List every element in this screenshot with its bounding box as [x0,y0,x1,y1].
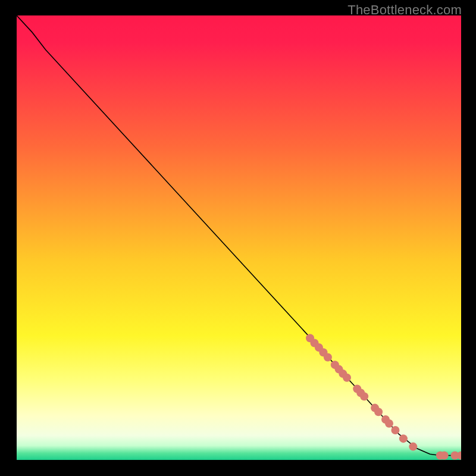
marker-point [399,434,408,443]
marker-point [343,374,351,382]
marker-point [374,408,383,416]
marker-point [385,419,393,428]
marker-point [440,452,449,460]
marker-point [360,392,368,400]
marker-point [324,353,332,361]
chart-svg [17,15,461,460]
marker-point [391,426,399,434]
marker-point [409,443,417,451]
gradient-background [17,15,461,460]
chart-container: TheBottleneck.com [0,0,476,476]
plot-area [17,15,461,460]
